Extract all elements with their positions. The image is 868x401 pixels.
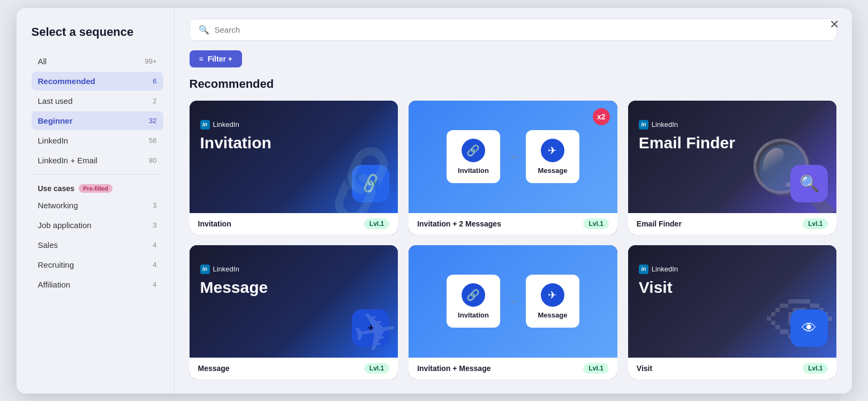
sidebar-item-all[interactable]: All 99+: [32, 52, 163, 71]
flow-step-message2: ✈ Message: [526, 275, 579, 328]
sidebar-item-recommended[interactable]: Recommended 6: [32, 72, 163, 90]
flow-invitation-icon: 🔗: [462, 139, 485, 162]
sidebar-item-count: 6: [153, 77, 156, 85]
sidebar-item-label: Affiliation: [38, 280, 71, 289]
card-name: Invitation + Message: [417, 364, 490, 373]
card-overlay-emailfinder: in LinkedIn Email Finder: [639, 120, 735, 152]
level-badge: Lvl.1: [364, 363, 389, 374]
card-title: Visit: [639, 278, 678, 296]
flow-arrow: →: [508, 150, 518, 163]
x2-badge: x2: [593, 108, 610, 125]
message-icon: ✈: [352, 309, 389, 347]
card-email-finder[interactable]: in LinkedIn Email Finder 🔍 🔍 Email Finde…: [628, 101, 837, 234]
card-image-emailfinder: in LinkedIn Email Finder 🔍 🔍: [628, 101, 837, 213]
flow-step-invitation2: 🔗 Invitation: [447, 275, 500, 328]
sidebar-item-label: Job application: [38, 221, 92, 230]
sidebar-item-count: 2: [153, 97, 156, 105]
flow-step-label: Invitation: [458, 167, 489, 175]
flow-step-label: Message: [538, 167, 568, 175]
sidebar-item-label: LinkedIn + Email: [38, 156, 97, 165]
two-step-flow: 🔗 Invitation → ✈ Message: [447, 130, 579, 183]
sidebar-item-label: Beginner: [38, 116, 73, 125]
flow-message-icon2: ✈: [541, 283, 564, 307]
card-overlay-invitation: in LinkedIn Invitation: [200, 120, 271, 152]
card-footer: Invitation Lvl.1: [190, 213, 398, 234]
flow-step-label: Invitation: [458, 311, 489, 319]
level-badge: Lvl.1: [583, 363, 608, 374]
filter-icon: ≡: [199, 55, 203, 63]
card-title: Invitation: [200, 134, 271, 152]
flow-invitation-icon2: 🔗: [462, 283, 485, 307]
sidebar-item-count: 32: [149, 117, 156, 125]
sidebar-item-last-used[interactable]: Last used 2: [32, 92, 163, 110]
card-name: Message: [198, 364, 230, 373]
linkedin-label: LinkedIn: [213, 265, 239, 273]
close-button[interactable]: ✕: [829, 19, 839, 31]
linkedin-label: LinkedIn: [652, 120, 678, 128]
level-badge: Lvl.1: [364, 218, 389, 229]
search-input[interactable]: [215, 25, 828, 34]
sidebar-item-affiliation[interactable]: Affiliation 4: [32, 275, 163, 294]
link-icon: 🔗: [359, 172, 382, 195]
sidebar-item-label: Recruiting: [38, 260, 74, 269]
sidebar-item-sales[interactable]: Sales 4: [32, 236, 163, 254]
linkedin-icon: in: [200, 264, 210, 274]
pre-filled-badge: Pre-filled: [79, 184, 112, 193]
card-image-invitation: in LinkedIn Invitation 🔗 🔗: [190, 101, 398, 213]
filter-label: Filter +: [208, 55, 232, 63]
card-image-message: in LinkedIn Message ✈ ✈: [190, 245, 398, 358]
card-visit[interactable]: in LinkedIn Visit 👁 👁 Visit Lvl.1: [628, 245, 837, 379]
card-name: Email Finder: [637, 220, 682, 228]
sidebar-item-label: LinkedIn: [38, 136, 69, 145]
flow-step-message: ✈ Message: [526, 130, 579, 183]
sidebar-divider: [32, 174, 163, 175]
linkedin-icon: in: [639, 120, 648, 130]
sidebar-item-networking[interactable]: Networking 3: [32, 196, 163, 215]
linkedin-icon: in: [200, 120, 210, 130]
linkedin-icon: in: [639, 264, 648, 274]
card-name: Visit: [637, 364, 652, 373]
sidebar-item-linkedin[interactable]: LinkedIn 56: [32, 131, 163, 150]
card-name: Invitation: [198, 220, 231, 228]
card-image-inv2: x2 🔗 Invitation → ✈ Message: [409, 101, 617, 213]
sidebar-item-beginner[interactable]: Beginner 32: [32, 111, 163, 130]
card-image-inv3: 🔗 Invitation → ✈ Message: [409, 245, 617, 358]
section-heading: Recommended: [190, 77, 837, 91]
sidebar-item-label: Sales: [38, 240, 58, 249]
filter-button[interactable]: ≡ Filter +: [190, 50, 242, 67]
sidebar-item-count: 4: [153, 241, 156, 249]
sidebar-item-count: 56: [149, 137, 156, 145]
sidebar: Select a sequence All 99+ Recommended 6 …: [17, 8, 175, 394]
sidebar-item-linkedin-email[interactable]: LinkedIn + Email 80: [32, 151, 163, 170]
linkedin-label: LinkedIn: [213, 120, 239, 128]
search-icon: 🔍: [199, 25, 209, 35]
invitation-icon: 🔗: [352, 165, 389, 202]
main-content: 🔍 ≡ Filter + Recommended in LinkedIn: [175, 8, 852, 394]
card-name: Invitation + 2 Messages: [417, 220, 501, 228]
level-badge: Lvl.1: [803, 218, 828, 229]
sidebar-item-count: 80: [149, 156, 156, 164]
card-title: Email Finder: [639, 134, 735, 152]
card-invitation-2-messages[interactable]: x2 🔗 Invitation → ✈ Message I: [409, 101, 617, 234]
sidebar-item-count: 4: [153, 281, 156, 289]
filter-bar: ≡ Filter +: [190, 50, 837, 67]
search-bar[interactable]: 🔍: [190, 19, 837, 41]
level-badge: Lvl.1: [803, 363, 828, 374]
modal-title: Select a sequence: [32, 25, 163, 39]
linkedin-label: LinkedIn: [652, 265, 678, 273]
card-message[interactable]: in LinkedIn Message ✈ ✈ Message Lvl.1: [190, 245, 398, 379]
card-invitation[interactable]: in LinkedIn Invitation 🔗 🔗 Invitation Lv…: [190, 101, 398, 234]
card-image-visit: in LinkedIn Visit 👁 👁: [628, 245, 837, 358]
card-footer: Email Finder Lvl.1: [628, 213, 837, 234]
sidebar-item-recruiting[interactable]: Recruiting 4: [32, 255, 163, 274]
card-invitation-message[interactable]: 🔗 Invitation → ✈ Message Invitation + Me…: [409, 245, 617, 379]
flow-message-icon: ✈: [541, 139, 564, 162]
flow-step-label: Message: [538, 311, 568, 319]
card-overlay-visit: in LinkedIn Visit: [639, 264, 678, 296]
sidebar-item-count: 3: [153, 201, 156, 209]
card-overlay-message: in LinkedIn Message: [200, 264, 268, 296]
card-footer: Visit Lvl.1: [628, 358, 837, 379]
sidebar-item-job-application[interactable]: Job application 3: [32, 216, 163, 234]
flow-arrow2: →: [508, 295, 518, 307]
sidebar-item-label: Networking: [38, 201, 78, 210]
